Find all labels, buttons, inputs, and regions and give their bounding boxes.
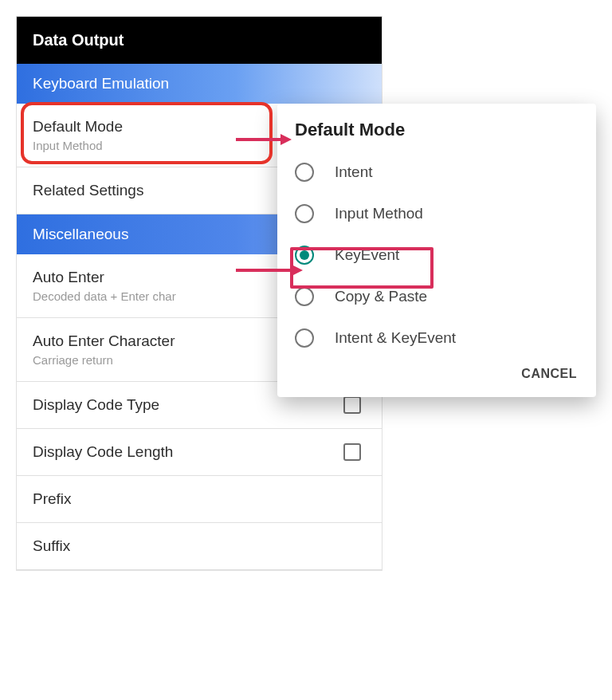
row-title: Prefix — [33, 490, 366, 508]
option-input-method[interactable]: Input Method — [277, 193, 596, 234]
option-label: Intent — [335, 163, 373, 181]
row-title: Display Code Length — [33, 443, 335, 461]
page-title: Data Output — [17, 17, 382, 64]
dialog-actions: CANCEL — [277, 359, 596, 392]
cancel-button[interactable]: CANCEL — [521, 367, 577, 381]
row-prefix[interactable]: Prefix — [17, 476, 382, 523]
row-text: Display Code Type — [33, 396, 335, 414]
option-label: KeyEvent — [335, 246, 399, 264]
option-label: Copy & Paste — [335, 288, 427, 305]
section-header-keyboard-emulation: Keyboard Emulation — [17, 64, 382, 104]
radio-icon — [295, 163, 314, 182]
row-text: Prefix — [33, 490, 366, 508]
dialog-title: Default Mode — [277, 104, 596, 151]
option-keyevent[interactable]: KeyEvent — [277, 234, 596, 276]
checkbox-display-code-length[interactable] — [343, 443, 361, 461]
default-mode-dialog: Default Mode Intent Input Method KeyEven… — [277, 104, 596, 397]
row-title: Suffix — [33, 537, 366, 555]
radio-icon — [295, 287, 314, 306]
option-label: Input Method — [335, 205, 423, 222]
row-display-code-length[interactable]: Display Code Length — [17, 429, 382, 476]
option-label: Intent & KeyEvent — [335, 329, 456, 347]
option-intent-keyevent[interactable]: Intent & KeyEvent — [277, 317, 596, 359]
row-suffix[interactable]: Suffix — [17, 523, 382, 570]
row-text: Display Code Length — [33, 443, 335, 461]
option-copy-paste[interactable]: Copy & Paste — [277, 276, 596, 317]
radio-icon — [295, 328, 314, 348]
radio-icon — [295, 204, 314, 223]
row-text: Suffix — [33, 537, 366, 555]
row-title: Display Code Type — [33, 396, 335, 414]
option-intent[interactable]: Intent — [277, 151, 596, 193]
checkbox-display-code-type[interactable] — [343, 396, 361, 414]
radio-icon — [295, 246, 314, 265]
